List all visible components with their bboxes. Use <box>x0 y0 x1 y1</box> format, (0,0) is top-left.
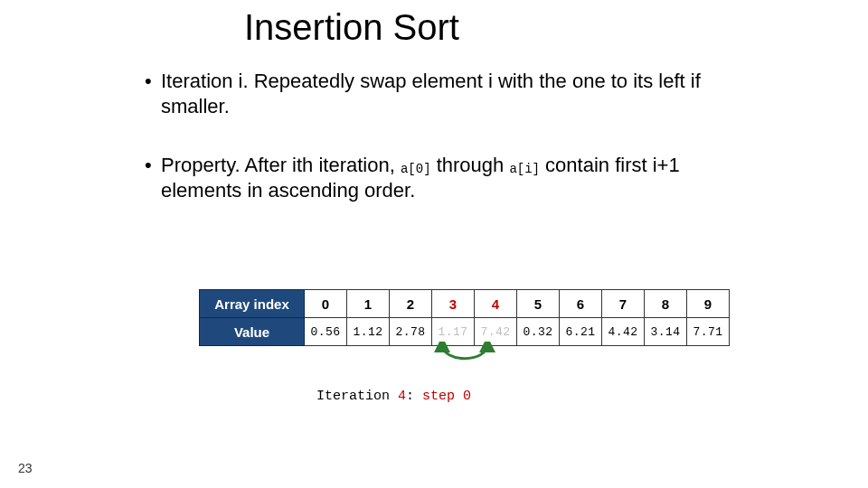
caption-step-word: step <box>422 389 463 404</box>
idx-cell: 6 <box>560 290 602 318</box>
iteration-caption: Iteration 4: step 0 <box>316 389 471 404</box>
idx-cell: 8 <box>645 290 687 318</box>
slide-title: Insertion Sort <box>244 7 459 48</box>
bullet-text: Property. After ith iteration, <box>161 154 401 176</box>
val-cell: 1.17 <box>432 318 475 346</box>
idx-cell: 4 <box>475 290 517 318</box>
code-ai: a[i] <box>509 162 540 176</box>
caption-iter-n: 4 <box>398 389 406 404</box>
idx-cell: 1 <box>347 290 390 318</box>
caption-step-n: 0 <box>463 389 471 404</box>
val-cell: 0.32 <box>517 318 560 346</box>
idx-cell: 3 <box>432 290 475 318</box>
caption-text: Iteration <box>316 389 398 404</box>
val-cell: 4.42 <box>602 318 645 346</box>
bullet-property: Property. After ith iteration, a[0] thro… <box>145 153 750 202</box>
idx-cell: 7 <box>602 290 645 318</box>
val-cell: 2.78 <box>390 318 432 346</box>
val-cell: 1.12 <box>347 318 390 346</box>
page-number: 23 <box>18 461 33 475</box>
idx-cell: 5 <box>517 290 560 318</box>
val-cell: 6.21 <box>560 318 602 346</box>
bullet-iteration: Iteration i. Repeatedly swap element i w… <box>145 69 750 118</box>
idx-cell: 9 <box>687 290 730 318</box>
idx-cell: 0 <box>305 290 347 318</box>
val-cell: 0.56 <box>305 318 347 346</box>
caption-text: : <box>406 389 422 404</box>
value-row: Value 0.56 1.12 2.78 1.17 7.42 0.32 6.21… <box>200 318 730 346</box>
array-table: Array index 0 1 2 3 4 5 6 7 8 9 Value 0.… <box>199 289 730 346</box>
slide: Insertion Sort Iteration i. Repeatedly s… <box>0 0 868 488</box>
bullet-text: through <box>431 154 510 176</box>
rowhead-index: Array index <box>200 290 305 318</box>
code-a0: a[0] <box>401 162 431 176</box>
index-row: Array index 0 1 2 3 4 5 6 7 8 9 <box>200 290 730 318</box>
idx-cell: 2 <box>390 290 432 318</box>
bullet-text: Iteration i. Repeatedly swap element i w… <box>161 70 701 117</box>
val-cell: 7.71 <box>687 318 730 346</box>
bullet-list: Iteration i. Repeatedly swap element i w… <box>145 69 750 237</box>
val-cell: 3.14 <box>645 318 687 346</box>
rowhead-value: Value <box>200 318 305 346</box>
val-cell: 7.42 <box>475 318 517 346</box>
